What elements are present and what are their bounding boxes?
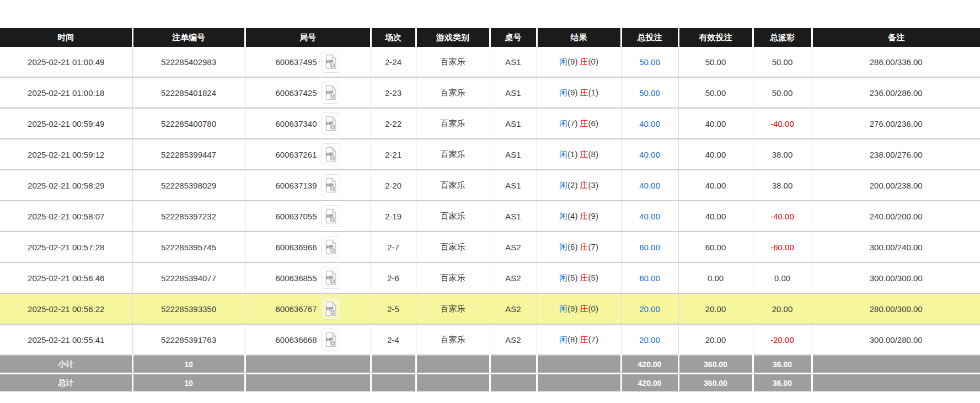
total-bet-link[interactable]: 40.00 <box>639 150 660 159</box>
total-payout: 36.00 <box>753 374 812 392</box>
banker-score: (7) <box>588 335 598 344</box>
banker-score: (0) <box>588 57 598 66</box>
total-bet-link[interactable]: 60.00 <box>639 273 660 283</box>
video-replay-button[interactable] <box>322 329 340 351</box>
total-label: 总计 <box>0 374 132 392</box>
cell-valid-bet: 0.00 <box>678 262 753 293</box>
table-row[interactable]: 2025-02-21 00:58:29522285398029600637139… <box>0 170 980 201</box>
cell-valid-bet: 40.00 <box>678 139 753 170</box>
video-file-icon <box>325 178 337 193</box>
video-replay-button[interactable] <box>322 51 340 73</box>
player-label: 闲 <box>559 335 567 344</box>
cell-payout: -60.00 <box>753 232 812 262</box>
total-bet-link[interactable]: 60.00 <box>639 243 660 252</box>
video-replay-button[interactable] <box>322 267 340 289</box>
banker-label: 庄 <box>580 304 588 313</box>
table-row[interactable]: 2025-02-21 00:56:46522285394077600636855… <box>0 262 980 293</box>
cell-remark: 300.00/240.00 <box>812 232 980 262</box>
table-header-row: 时间 注单编号 局号 场次 游戏类别 桌号 结果 总投注 有效投注 总派彩 备注 <box>0 28 980 47</box>
subtotal-row: 小计 10 420.00 360.00 36.00 <box>0 355 980 374</box>
cell-session: 2-19 <box>371 201 416 232</box>
cell-total-bet: 50.00 <box>621 77 678 108</box>
cell-session: 2-20 <box>371 170 416 201</box>
total-total-bet: 420.00 <box>621 374 678 392</box>
total-bet-link[interactable]: 50.00 <box>639 88 660 98</box>
subtotal-valid-bet: 360.00 <box>678 355 753 374</box>
video-replay-button[interactable] <box>322 298 340 320</box>
table-row[interactable]: 2025-02-21 00:57:28522285395745600636966… <box>0 232 980 262</box>
video-replay-button[interactable] <box>322 82 340 104</box>
cell-table-no: AS2 <box>490 232 537 262</box>
table-row[interactable]: 2025-02-21 01:00:49522285402983600637495… <box>0 47 980 77</box>
cell-table-no: AS1 <box>490 77 537 108</box>
cell-table-no: AS1 <box>490 139 537 170</box>
cell-game-type: 百家乐 <box>416 47 490 77</box>
cell-payout: 20.00 <box>753 293 812 324</box>
cell-total-bet: 50.00 <box>621 47 678 77</box>
video-replay-button[interactable] <box>322 143 340 165</box>
cell-table-no: AS1 <box>490 47 537 77</box>
cell-valid-bet: 40.00 <box>678 170 753 201</box>
cell-valid-bet: 60.00 <box>678 232 753 262</box>
cell-round-no: 600637139 <box>245 170 371 201</box>
video-file-icon <box>325 54 337 69</box>
cell-result: 闲(9) 庄(0) <box>537 47 621 77</box>
video-file-icon <box>325 85 337 100</box>
banker-score: (5) <box>588 273 598 282</box>
cell-total-bet: 40.00 <box>621 201 678 232</box>
cell-bet-no: 522285391763 <box>132 324 245 355</box>
total-empty-round <box>245 374 371 392</box>
col-header-result: 结果 <box>537 28 621 47</box>
cell-table-no: AS1 <box>490 170 537 201</box>
video-replay-button[interactable] <box>322 174 340 196</box>
player-label: 闲 <box>559 304 567 313</box>
table-row[interactable]: 2025-02-21 00:59:49522285400780600637340… <box>0 108 980 139</box>
table-row[interactable]: 2025-02-21 01:00:18522285401824600637425… <box>0 77 980 108</box>
banker-label: 庄 <box>580 180 588 190</box>
player-score: (2) <box>567 180 577 190</box>
table-body: 2025-02-21 01:00:49522285402983600637495… <box>0 47 980 355</box>
banker-score: (7) <box>588 242 598 251</box>
video-file-icon <box>325 301 337 316</box>
cell-table-no: AS2 <box>490 324 537 355</box>
total-empty-remark <box>812 374 980 392</box>
cell-bet-no: 522285400780 <box>132 108 245 139</box>
total-bet-link[interactable]: 40.00 <box>639 181 660 190</box>
bet-records-table: 时间 注单编号 局号 场次 游戏类别 桌号 结果 总投注 有效投注 总派彩 备注… <box>0 28 980 391</box>
video-replay-button[interactable] <box>322 112 340 135</box>
total-bet-link[interactable]: 20.00 <box>639 335 660 345</box>
banker-label: 庄 <box>580 242 588 251</box>
cell-round-no: 600636668 <box>245 324 371 355</box>
round-number: 600637425 <box>275 88 317 98</box>
table-row[interactable]: 2025-02-21 00:58:07522285397232600637055… <box>0 201 980 232</box>
col-header-time: 时间 <box>0 28 132 47</box>
cell-result: 闲(7) 庄(6) <box>537 108 621 139</box>
video-replay-button[interactable] <box>322 205 340 227</box>
video-replay-button[interactable] <box>322 236 340 258</box>
cell-result: 闲(4) 庄(9) <box>537 201 621 232</box>
cell-remark: 236.00/286.00 <box>812 77 980 108</box>
round-number: 600637340 <box>275 119 317 128</box>
player-label: 闲 <box>559 180 567 190</box>
total-empty-session <box>371 374 416 392</box>
total-bet-link[interactable]: 20.00 <box>639 304 660 314</box>
total-row: 总计 10 420.00 360.00 36.00 <box>0 374 980 392</box>
cell-time: 2025-02-21 01:00:18 <box>0 77 132 108</box>
table-row[interactable]: 2025-02-21 00:56:22522285393350600636767… <box>0 293 980 324</box>
player-score: (9) <box>567 88 577 97</box>
total-bet-link[interactable]: 50.00 <box>639 57 660 67</box>
player-label: 闲 <box>559 273 567 282</box>
cell-time: 2025-02-21 00:55:41 <box>0 324 132 355</box>
cell-game-type: 百家乐 <box>416 108 490 139</box>
cell-valid-bet: 40.00 <box>678 108 753 139</box>
total-bet-link[interactable]: 40.00 <box>639 119 660 128</box>
payout-value: -20.00 <box>770 335 794 345</box>
cell-valid-bet: 50.00 <box>678 47 753 77</box>
col-header-game-type: 游戏类别 <box>416 28 490 47</box>
round-number: 600636966 <box>275 243 317 252</box>
table-row[interactable]: 2025-02-21 00:59:12522285399447600637261… <box>0 139 980 170</box>
video-file-icon <box>325 208 337 224</box>
total-bet-link[interactable]: 40.00 <box>639 212 660 221</box>
cell-total-bet: 20.00 <box>621 293 678 324</box>
table-row[interactable]: 2025-02-21 00:55:41522285391763600636668… <box>0 324 980 355</box>
